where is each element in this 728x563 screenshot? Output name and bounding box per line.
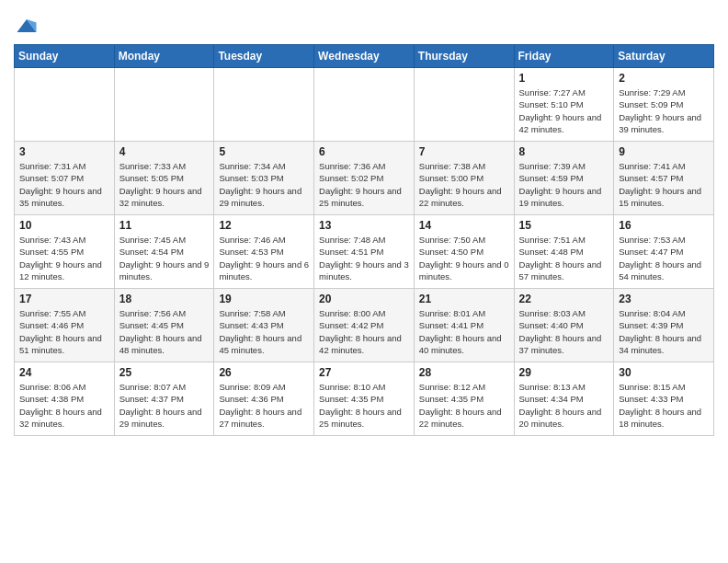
- weekday-header-tuesday: Tuesday: [214, 45, 314, 68]
- day-number: 7: [419, 145, 509, 158]
- day-info: Sunrise: 8:00 AM Sunset: 4:42 PM Dayligh…: [319, 307, 409, 356]
- day-info: Sunrise: 7:50 AM Sunset: 4:50 PM Dayligh…: [419, 234, 509, 282]
- weekday-header-thursday: Thursday: [414, 45, 514, 68]
- day-info: Sunrise: 7:55 AM Sunset: 4:46 PM Dayligh…: [19, 307, 109, 356]
- day-info: Sunrise: 8:01 AM Sunset: 4:41 PM Dayligh…: [419, 307, 509, 356]
- day-number: 22: [519, 293, 609, 305]
- week-row-4: 24Sunrise: 8:06 AM Sunset: 4:38 PM Dayli…: [15, 362, 714, 436]
- day-info: Sunrise: 8:07 AM Sunset: 4:37 PM Dayligh…: [119, 381, 210, 430]
- calendar-cell: 19Sunrise: 7:58 AM Sunset: 4:43 PM Dayli…: [214, 289, 314, 362]
- day-number: 25: [119, 366, 210, 379]
- calendar-cell: 20Sunrise: 8:00 AM Sunset: 4:42 PM Dayli…: [314, 289, 415, 362]
- day-info: Sunrise: 8:04 AM Sunset: 4:39 PM Dayligh…: [619, 307, 709, 356]
- day-info: Sunrise: 8:12 AM Sunset: 4:35 PM Dayligh…: [419, 381, 509, 430]
- day-info: Sunrise: 7:27 AM Sunset: 5:10 PM Dayligh…: [519, 86, 609, 135]
- week-row-1: 3Sunrise: 7:31 AM Sunset: 5:07 PM Daylig…: [15, 142, 714, 215]
- day-info: Sunrise: 8:15 AM Sunset: 4:33 PM Dayligh…: [619, 381, 709, 430]
- calendar-cell: 28Sunrise: 8:12 AM Sunset: 4:35 PM Dayli…: [414, 362, 514, 436]
- day-number: 28: [419, 366, 509, 379]
- day-info: Sunrise: 7:41 AM Sunset: 4:57 PM Dayligh…: [619, 160, 709, 209]
- logo-icon: [14, 13, 40, 39]
- day-number: 29: [519, 366, 609, 379]
- day-info: Sunrise: 8:10 AM Sunset: 4:35 PM Dayligh…: [319, 381, 409, 430]
- calendar-cell: 21Sunrise: 8:01 AM Sunset: 4:41 PM Dayli…: [414, 289, 514, 362]
- day-number: 4: [119, 145, 210, 158]
- day-info: Sunrise: 7:34 AM Sunset: 5:03 PM Dayligh…: [219, 160, 309, 209]
- calendar-cell: 27Sunrise: 8:10 AM Sunset: 4:35 PM Dayli…: [314, 362, 415, 436]
- day-info: Sunrise: 8:13 AM Sunset: 4:34 PM Dayligh…: [519, 381, 609, 430]
- day-info: Sunrise: 7:31 AM Sunset: 5:07 PM Dayligh…: [19, 160, 109, 209]
- day-info: Sunrise: 8:09 AM Sunset: 4:36 PM Dayligh…: [219, 381, 309, 430]
- calendar-cell: 10Sunrise: 7:43 AM Sunset: 4:55 PM Dayli…: [15, 215, 115, 289]
- calendar-cell: 9Sunrise: 7:41 AM Sunset: 4:57 PM Daylig…: [614, 142, 714, 215]
- calendar-cell: 26Sunrise: 8:09 AM Sunset: 4:36 PM Dayli…: [214, 362, 314, 436]
- day-number: 8: [519, 145, 609, 158]
- calendar-cell: 25Sunrise: 8:07 AM Sunset: 4:37 PM Dayli…: [114, 362, 214, 436]
- calendar-cell: 23Sunrise: 8:04 AM Sunset: 4:39 PM Dayli…: [614, 289, 714, 362]
- calendar-cell: [214, 68, 314, 142]
- day-number: 13: [319, 219, 409, 232]
- day-info: Sunrise: 7:39 AM Sunset: 4:59 PM Dayligh…: [519, 160, 609, 209]
- calendar-cell: 14Sunrise: 7:50 AM Sunset: 4:50 PM Dayli…: [414, 215, 514, 289]
- day-info: Sunrise: 8:06 AM Sunset: 4:38 PM Dayligh…: [19, 381, 109, 430]
- week-row-0: 1Sunrise: 7:27 AM Sunset: 5:10 PM Daylig…: [15, 68, 714, 142]
- day-number: 9: [619, 145, 709, 158]
- week-row-3: 17Sunrise: 7:55 AM Sunset: 4:46 PM Dayli…: [15, 289, 714, 362]
- day-info: Sunrise: 7:29 AM Sunset: 5:09 PM Dayligh…: [619, 86, 709, 135]
- day-info: Sunrise: 7:56 AM Sunset: 4:45 PM Dayligh…: [119, 307, 210, 356]
- day-number: 16: [619, 219, 709, 232]
- calendar-cell: 18Sunrise: 7:56 AM Sunset: 4:45 PM Dayli…: [114, 289, 214, 362]
- calendar-cell: 8Sunrise: 7:39 AM Sunset: 4:59 PM Daylig…: [514, 142, 614, 215]
- day-info: Sunrise: 7:33 AM Sunset: 5:05 PM Dayligh…: [119, 160, 210, 209]
- day-info: Sunrise: 7:43 AM Sunset: 4:55 PM Dayligh…: [19, 234, 109, 282]
- day-number: 26: [219, 366, 309, 379]
- day-info: Sunrise: 7:46 AM Sunset: 4:53 PM Dayligh…: [219, 234, 309, 282]
- day-info: Sunrise: 7:36 AM Sunset: 5:02 PM Dayligh…: [319, 160, 409, 209]
- calendar-cell: 11Sunrise: 7:45 AM Sunset: 4:54 PM Dayli…: [114, 215, 214, 289]
- day-number: 5: [219, 145, 309, 158]
- calendar-cell: 29Sunrise: 8:13 AM Sunset: 4:34 PM Dayli…: [514, 362, 614, 436]
- day-number: 3: [19, 145, 109, 158]
- calendar-cell: 30Sunrise: 8:15 AM Sunset: 4:33 PM Dayli…: [614, 362, 714, 436]
- day-number: 12: [219, 219, 309, 232]
- day-number: 2: [619, 72, 709, 85]
- calendar-table: SundayMondayTuesdayWednesdayThursdayFrid…: [14, 44, 714, 436]
- day-number: 23: [619, 293, 709, 305]
- weekday-header-wednesday: Wednesday: [314, 45, 415, 68]
- weekday-header-saturday: Saturday: [614, 45, 714, 68]
- day-number: 11: [119, 219, 210, 232]
- day-number: 15: [519, 219, 609, 232]
- calendar-cell: [114, 68, 214, 142]
- day-number: 24: [19, 366, 109, 379]
- day-number: 6: [319, 145, 409, 158]
- day-number: 10: [19, 219, 109, 232]
- day-info: Sunrise: 7:53 AM Sunset: 4:47 PM Dayligh…: [619, 234, 709, 282]
- day-number: 30: [619, 366, 709, 379]
- calendar-cell: 4Sunrise: 7:33 AM Sunset: 5:05 PM Daylig…: [114, 142, 214, 215]
- calendar-cell: 5Sunrise: 7:34 AM Sunset: 5:03 PM Daylig…: [214, 142, 314, 215]
- calendar-cell: 3Sunrise: 7:31 AM Sunset: 5:07 PM Daylig…: [15, 142, 115, 215]
- day-info: Sunrise: 7:48 AM Sunset: 4:51 PM Dayligh…: [319, 234, 409, 282]
- day-number: 19: [219, 293, 309, 305]
- weekday-header-friday: Friday: [514, 45, 614, 68]
- calendar-cell: 15Sunrise: 7:51 AM Sunset: 4:48 PM Dayli…: [514, 215, 614, 289]
- day-info: Sunrise: 7:45 AM Sunset: 4:54 PM Dayligh…: [119, 234, 210, 282]
- day-number: 18: [119, 293, 210, 305]
- day-number: 1: [519, 72, 609, 85]
- day-number: 20: [319, 293, 409, 305]
- calendar-cell: 7Sunrise: 7:38 AM Sunset: 5:00 PM Daylig…: [414, 142, 514, 215]
- header-row: [14, 9, 714, 39]
- calendar-cell: 24Sunrise: 8:06 AM Sunset: 4:38 PM Dayli…: [15, 362, 115, 436]
- page: SundayMondayTuesdayWednesdayThursdayFrid…: [0, 0, 728, 563]
- day-number: 21: [419, 293, 509, 305]
- day-number: 14: [419, 219, 509, 232]
- calendar-cell: 22Sunrise: 8:03 AM Sunset: 4:40 PM Dayli…: [514, 289, 614, 362]
- weekday-header-sunday: Sunday: [15, 45, 115, 68]
- calendar-cell: 2Sunrise: 7:29 AM Sunset: 5:09 PM Daylig…: [614, 68, 714, 142]
- week-row-2: 10Sunrise: 7:43 AM Sunset: 4:55 PM Dayli…: [15, 215, 714, 289]
- day-info: Sunrise: 8:03 AM Sunset: 4:40 PM Dayligh…: [519, 307, 609, 356]
- day-info: Sunrise: 7:58 AM Sunset: 4:43 PM Dayligh…: [219, 307, 309, 356]
- calendar-cell: [414, 68, 514, 142]
- day-info: Sunrise: 7:51 AM Sunset: 4:48 PM Dayligh…: [519, 234, 609, 282]
- calendar-cell: 16Sunrise: 7:53 AM Sunset: 4:47 PM Dayli…: [614, 215, 714, 289]
